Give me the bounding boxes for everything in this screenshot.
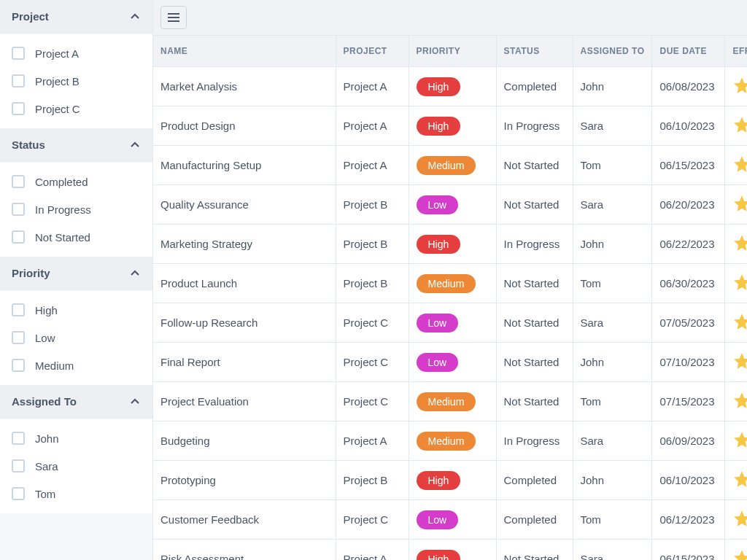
column-header-due-date[interactable]: Due Date [652, 36, 725, 67]
star-icon[interactable] [732, 430, 747, 449]
star-icon[interactable] [732, 351, 747, 370]
cell-effectiveness[interactable] [725, 500, 747, 540]
cell-name: Project Evaluation [153, 382, 336, 421]
cell-due-date: 06/20/2023 [652, 185, 725, 225]
cell-project: Project C [336, 343, 409, 382]
star-icon[interactable] [732, 273, 747, 292]
checkbox[interactable] [12, 331, 25, 344]
star-icon[interactable] [732, 115, 747, 134]
cell-effectiveness[interactable] [725, 303, 747, 343]
table-row[interactable]: Project EvaluationProject CMediumNot Sta… [153, 382, 747, 421]
column-header-project[interactable]: Project [336, 36, 409, 67]
facet-item[interactable]: Medium [0, 351, 152, 379]
star-icon[interactable] [732, 76, 747, 95]
checkbox[interactable] [12, 459, 25, 472]
facet-item[interactable]: Sara [0, 452, 152, 480]
facet-item[interactable]: Project B [0, 67, 152, 95]
main: Name Project Priority Status Assigned To… [153, 0, 747, 560]
star-icon[interactable] [732, 194, 747, 213]
cell-effectiveness[interactable] [725, 146, 747, 185]
cell-name: Product Launch [153, 264, 336, 303]
cell-effectiveness[interactable] [725, 540, 747, 561]
column-header-effectiveness[interactable]: Effectiveness [725, 36, 747, 67]
checkbox[interactable] [12, 47, 25, 60]
cell-effectiveness[interactable] [725, 421, 747, 461]
facet-header-assigned-to[interactable]: Assigned To [0, 385, 152, 419]
column-header-assigned-to[interactable]: Assigned To [573, 36, 652, 67]
facet-item[interactable]: Tom [0, 480, 152, 508]
cell-effectiveness[interactable] [725, 382, 747, 421]
cell-due-date: 06/09/2023 [652, 421, 725, 461]
cell-assigned-to: Tom [573, 264, 652, 303]
hamburger-button[interactable] [160, 6, 187, 29]
cell-priority: High [409, 540, 496, 561]
facet-item[interactable]: Low [0, 324, 152, 351]
cell-effectiveness[interactable] [725, 264, 747, 303]
column-header-status[interactable]: Status [496, 36, 573, 67]
cell-due-date: 06/10/2023 [652, 461, 725, 500]
facet-item[interactable]: John [0, 424, 152, 452]
table-row[interactable]: Follow-up ResearchProject CLowNot Starte… [153, 303, 747, 343]
table-row[interactable]: Product LaunchProject BMediumNot Started… [153, 264, 747, 303]
star-icon[interactable] [732, 509, 747, 528]
checkbox[interactable] [12, 359, 25, 372]
checkbox[interactable] [12, 203, 25, 216]
cell-status: Not Started [496, 382, 573, 421]
cell-name: Final Report [153, 343, 336, 382]
table-row[interactable]: PrototypingProject BHighCompletedJohn06/… [153, 461, 747, 500]
cell-effectiveness[interactable] [725, 185, 747, 225]
table-row[interactable]: Customer FeedbackProject CLowCompletedTo… [153, 500, 747, 540]
facet-item[interactable]: Completed [0, 168, 152, 195]
facet-item[interactable]: Project A [0, 39, 152, 67]
star-icon[interactable] [732, 391, 747, 410]
star-icon[interactable] [732, 233, 747, 252]
priority-badge: High [417, 235, 461, 254]
facet-item[interactable]: Project C [0, 95, 152, 122]
column-header-priority[interactable]: Priority [409, 36, 496, 67]
checkbox[interactable] [12, 102, 25, 115]
facet-item[interactable]: In Progress [0, 195, 152, 223]
cell-status: In Progress [496, 225, 573, 264]
checkbox[interactable] [12, 303, 25, 316]
cell-due-date: 06/22/2023 [652, 225, 725, 264]
checkbox[interactable] [12, 230, 25, 244]
cell-effectiveness[interactable] [725, 461, 747, 500]
table-row[interactable]: Marketing StrategyProject BHighIn Progre… [153, 225, 747, 264]
cell-effectiveness[interactable] [725, 106, 747, 146]
table-row[interactable]: BudgetingProject AMediumIn ProgressSara0… [153, 421, 747, 461]
cell-assigned-to: Sara [573, 303, 652, 343]
table-row[interactable]: Market AnalysisProject AHighCompletedJoh… [153, 67, 747, 106]
facet-header-priority[interactable]: Priority [0, 257, 152, 290]
checkbox[interactable] [12, 175, 25, 188]
cell-status: Not Started [496, 343, 573, 382]
checkbox[interactable] [12, 74, 25, 88]
cell-priority: High [409, 225, 496, 264]
table-row[interactable]: Final ReportProject CLowNot StartedJohn0… [153, 343, 747, 382]
facet-item-label: In Progress [35, 203, 91, 216]
column-header-name[interactable]: Name [153, 36, 336, 67]
checkbox[interactable] [12, 487, 25, 500]
cell-effectiveness[interactable] [725, 343, 747, 382]
priority-badge: Low [417, 510, 459, 529]
star-icon[interactable] [732, 470, 747, 489]
cell-name: Quality Assurance [153, 185, 336, 225]
table-wrap[interactable]: Name Project Priority Status Assigned To… [153, 35, 747, 560]
table-row[interactable]: Risk AssessmentProject AHighNot StartedS… [153, 540, 747, 561]
star-icon[interactable] [732, 548, 747, 560]
cell-project: Project C [336, 500, 409, 540]
facet-items: HighLowMedium [0, 290, 152, 385]
checkbox[interactable] [12, 432, 25, 445]
cell-effectiveness[interactable] [725, 67, 747, 106]
table-row[interactable]: Manufacturing SetupProject AMediumNot St… [153, 146, 747, 185]
facet-item[interactable]: High [0, 296, 152, 324]
cell-project: Project A [336, 146, 409, 185]
star-icon[interactable] [732, 155, 747, 174]
facet-header-status[interactable]: Status [0, 128, 152, 162]
cell-effectiveness[interactable] [725, 225, 747, 264]
star-icon[interactable] [732, 312, 747, 331]
sidebar: ProjectProject AProject BProject CStatus… [0, 0, 153, 560]
table-row[interactable]: Quality AssuranceProject BLowNot Started… [153, 185, 747, 225]
facet-header-project[interactable]: Project [0, 0, 152, 34]
table-row[interactable]: Product DesignProject AHighIn ProgressSa… [153, 106, 747, 146]
facet-item[interactable]: Not Started [0, 223, 152, 251]
